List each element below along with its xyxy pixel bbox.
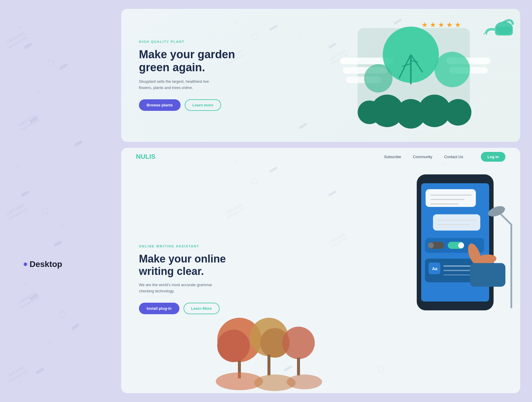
svg-point-34 — [287, 375, 322, 389]
card-bg-circle: ◯ — [251, 33, 258, 40]
bg-circle-icon: ◯ — [41, 207, 49, 215]
main-content: ☆ ☆ ☆ ☆ ☆ ◯ ◯ 小脑斧资源站xiaonaofu.top 小脑斧资源站… — [109, 0, 532, 402]
nav-community[interactable]: Community — [413, 155, 432, 159]
plant-heading: Make your garden green again. — [139, 48, 239, 74]
nav-contact[interactable]: Contact Us — [444, 155, 463, 159]
bg-star-icon: ☆ — [24, 281, 28, 287]
bg-dash — [74, 140, 83, 147]
plant-illustration — [319, 9, 520, 142]
svg-point-46 — [428, 242, 434, 248]
watermark: 小脑斧资源站xiaonaofu.top — [5, 31, 28, 49]
svg-rect-57 — [470, 263, 505, 287]
desktop-label-container: Desktop — [24, 260, 62, 269]
bg-star-icon: ☆ — [59, 222, 64, 228]
bg-dash — [53, 240, 62, 247]
bg-star-icon: ☆ — [18, 24, 22, 30]
left-panel: ☆ ☆ ☆ ☆ ☆ ☆ ☆ ◯ ◯ ◯ 小脑斧资源站xiaonaofu.top … — [0, 0, 109, 402]
writing-tag: ONLINE WRITING ASSISTANT — [139, 244, 233, 248]
svg-point-23 — [364, 64, 392, 93]
svg-line-59 — [499, 213, 511, 225]
writing-content: ONLINE WRITING ASSISTANT Make your onlin… — [121, 166, 520, 393]
svg-point-25 — [217, 330, 250, 362]
writing-card: ☆ ☆ ☆ ☆ ◯ ◯ 小脑斧资源站xiaonaofu.top 小脑斧资源站xi… — [121, 148, 520, 393]
nav-subscribe[interactable]: Subscribe — [384, 155, 401, 159]
bg-dash — [35, 367, 45, 375]
svg-point-22 — [434, 52, 470, 87]
writing-heading: Make your online writing clear. — [139, 253, 233, 277]
plant-card: ☆ ☆ ☆ ☆ ☆ ◯ ◯ 小脑斧资源站xiaonaofu.top 小脑斧资源站… — [121, 9, 520, 142]
watermark: 小脑斧资源站xiaonaofu.top — [5, 202, 28, 221]
phone-illustration: Aa — [358, 166, 520, 393]
plant-learn-more-button[interactable]: Learn more — [185, 99, 221, 111]
background-decorations: ☆ ☆ ☆ ☆ ☆ ☆ ☆ ◯ ◯ ◯ — [0, 0, 109, 402]
watermark: 小脑斧资源站xiaonaofu.top — [17, 291, 40, 309]
install-plugin-button[interactable]: Install plug-in — [139, 303, 179, 314]
plant-buttons: Browse plants Learn more — [139, 99, 239, 111]
watermark: 小脑斧资源站xiaonaofu.top — [5, 365, 28, 383]
card-bg-star: ☆ — [299, 33, 303, 38]
bg-dash — [71, 323, 80, 330]
svg-point-48 — [458, 242, 464, 248]
svg-point-21 — [358, 100, 381, 124]
svg-rect-29 — [267, 355, 270, 375]
plant-description: Skuyplant sells the largest, healthiest … — [139, 79, 216, 91]
bg-star-icon: ☆ — [15, 163, 20, 169]
svg-rect-31 — [297, 358, 300, 375]
card-bg-star: ☆ — [233, 18, 239, 25]
bg-star-icon: ☆ — [47, 340, 52, 346]
desktop-text: Desktop — [30, 260, 62, 269]
bg-dash — [59, 63, 68, 70]
card-bg-dash — [299, 123, 307, 129]
writing-learn-more-button[interactable]: Learn More — [184, 303, 220, 314]
nav-links: Subscribe Community Contact Us Log in — [384, 152, 505, 162]
card-bg-star: ☆ — [239, 124, 244, 130]
login-button[interactable]: Log in — [481, 152, 505, 162]
card-bg-dash — [269, 25, 278, 31]
bg-star-icon: ☆ — [18, 378, 22, 385]
bg-star-icon: ☆ — [35, 89, 40, 95]
watermark: 小脑斧资源站xiaonaofu.top — [17, 114, 40, 132]
bg-dash — [21, 190, 30, 197]
bg-circle-icon: ◯ — [47, 59, 55, 67]
writing-description: We are the world's most accurate grammar… — [139, 282, 216, 294]
bg-dash — [24, 42, 33, 49]
svg-text:Aa: Aa — [432, 266, 437, 271]
bg-circle-icon: ◯ — [59, 310, 66, 318]
svg-point-30 — [282, 327, 315, 359]
plant-card-text: HIGH QUALITY PLANT Make your garden gree… — [139, 40, 239, 111]
desktop-dot — [24, 262, 27, 266]
writing-text: ONLINE WRITING ASSISTANT Make your onlin… — [139, 244, 233, 314]
bg-dash — [30, 294, 39, 301]
bg-dash — [30, 116, 39, 123]
svg-rect-41 — [433, 214, 480, 231]
nav-logo: NULIS — [136, 153, 155, 161]
svg-point-20 — [445, 99, 471, 126]
browse-plants-button[interactable]: Browse plants — [139, 99, 181, 111]
writing-buttons: Install plug-in Learn More — [139, 303, 233, 314]
navigation-bar: NULIS Subscribe Community Contact Us Log… — [121, 148, 520, 166]
plant-tag: HIGH QUALITY PLANT — [139, 40, 239, 43]
